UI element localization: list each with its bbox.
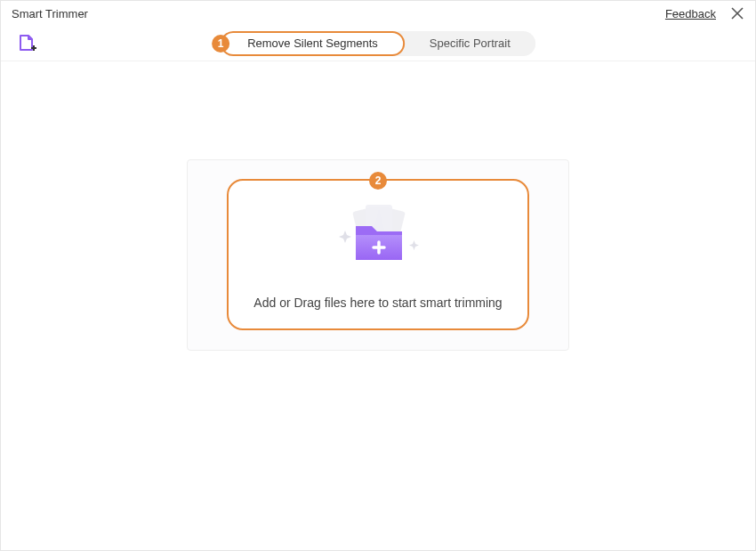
drop-panel: 2 [187, 159, 569, 351]
annotation-badge-2: 2 [369, 172, 387, 190]
tab-group: Remove Silent Segments Specific Portrait [221, 31, 535, 56]
window-title: Smart Trimmer [12, 7, 88, 20]
title-bar: Smart Trimmer Feedback [1, 1, 755, 26]
feedback-link[interactable]: Feedback [665, 7, 716, 20]
tab-specific-portrait[interactable]: Specific Portrait [405, 31, 535, 56]
titlebar-actions: Feedback [665, 6, 744, 20]
main-window: Smart Trimmer Feedback 1 Remove Sile [0, 0, 756, 551]
file-dropzone[interactable]: 2 [227, 179, 529, 330]
close-icon[interactable] [730, 6, 744, 20]
dropzone-text: Add or Drag files here to start smart tr… [253, 296, 502, 310]
folder-add-icon [329, 205, 427, 274]
tab-remove-silent-segments[interactable]: Remove Silent Segments [221, 31, 405, 56]
content-area: 2 [1, 61, 755, 550]
annotation-badge-1: 1 [212, 35, 229, 53]
add-file-icon[interactable] [17, 34, 36, 53]
tabs-container: 1 Remove Silent Segments Specific Portra… [221, 31, 535, 56]
toolbar: 1 Remove Silent Segments Specific Portra… [1, 26, 755, 61]
